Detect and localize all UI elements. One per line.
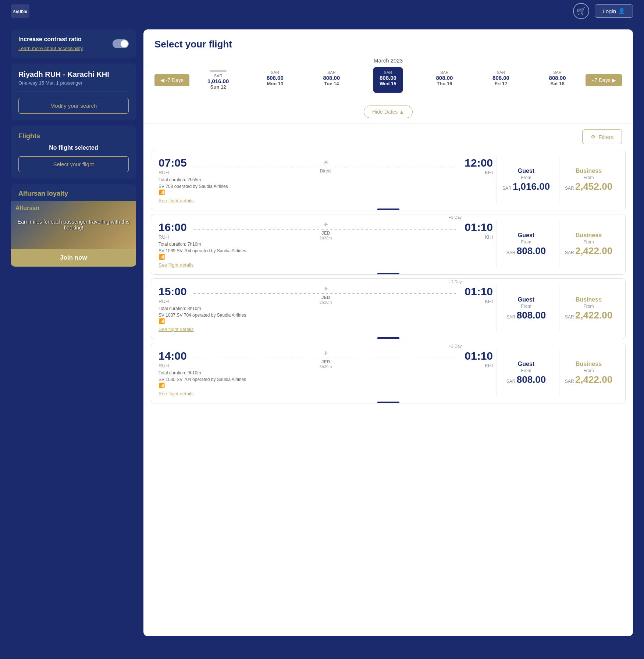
biz-class: Business [576,168,602,174]
select-flight-button[interactable]: Select your flight [18,156,129,172]
contrast-toggle[interactable] [113,39,129,48]
flight-info-line: SV 1037,SV 704 operated by Saudia Airlin… [159,313,493,318]
arrive-time: 01:10KHI [465,350,493,369]
date-price: 808.00 [492,75,509,81]
guest-price-col[interactable]: Guest From SAR 1,016.00 [497,157,555,203]
date-item[interactable]: SAR808.00Mon 13 [260,67,290,93]
guest-price-col[interactable]: Guest From SAR 808.00 [497,350,555,396]
flight-info: 07:05RUH☀Direct12:00KHITotal duration: 2… [159,157,493,203]
cart-button[interactable]: 🛒 [573,3,589,19]
flight-route-line: ☀Direct [190,159,462,174]
biz-from: From [584,304,594,309]
flight-route-line: +1 Day✈JED2h30m [190,285,462,304]
hide-dates-button[interactable]: Hide Dates ▲ [364,106,413,118]
guest-from: From [521,304,531,309]
next-dates-button[interactable]: +7 Days ▶ [586,74,622,86]
see-flight-details-link[interactable]: See flight details [159,327,493,332]
date-item[interactable]: SAR808.00Sat 18 [543,67,572,93]
guest-class: Guest [518,296,534,303]
date-day: Tue 14 [324,81,339,86]
arrive-time: 01:10KHI [465,285,493,304]
toggle-knob [121,40,128,47]
route-dots [193,167,458,167]
date-sar: SAR [553,70,562,75]
header-right: 🛒 Login 👤 [573,3,633,19]
arrive-time: 01:10KHI [465,221,493,240]
business-price-col[interactable]: Business From SAR 2,422.00 [559,285,618,332]
route-dots [193,229,458,229]
flight-card-bottom-bar [377,273,399,274]
guest-class: Guest [518,168,534,174]
flight-card: 16:00RUH+1 Day✈JED1h30m01:10KHITotal dur… [151,214,626,275]
stop-code: JED [321,295,330,300]
flight-info-line: SV 1035,SV 704 operated by Saudia Airlin… [159,377,493,382]
prev-dates-button[interactable]: ◀ -7 Days [154,74,189,86]
filters-label: Filters [598,134,613,140]
alfursan-image: Alfursan Earn miles for each passenger t… [11,201,136,249]
login-label: Login [602,8,616,14]
see-flight-details-link[interactable]: See flight details [159,262,493,268]
accessibility-link[interactable]: Learn more about accessibility [18,46,83,51]
flight-info-line: SV 708 operated by Saudia Airlines [159,184,493,189]
flight-plane-icon: ✈ [323,221,328,228]
stop-duration: 3h30m [320,364,332,369]
no-flight-text: No flight selected [18,145,129,151]
biz-class: Business [576,232,602,239]
guest-price-col[interactable]: Guest From SAR 808.00 [497,221,555,268]
content-header: Select your flight March 2023 ◀ -7 Days … [143,29,633,102]
contrast-card: Increase contrast ratio Learn more about… [11,29,136,58]
flight-card-bottom-bar [377,209,399,210]
person-icon: 👤 [618,8,625,14]
date-item[interactable]: SAR808.00Wed 15 [373,67,403,93]
flights-list: KSAexpats.com 07:05RUH☀Direct12:00KHITot… [143,150,633,411]
flight-card-bottom-bar [377,337,399,339]
flight-meta: Total duration: 9h10m [159,370,493,375]
filters-row: ⚙ Filters [143,129,633,150]
alfursan-promo-text: Earn miles for each passenger travelling… [11,215,136,234]
business-price-col[interactable]: Business From SAR 2,422.00 [559,221,618,268]
business-price-col[interactable]: Business From SAR 2,422.00 [559,350,618,396]
biz-from: From [584,175,594,180]
flight-plane-icon: ✈ [323,350,328,357]
header: SAUDIA 🛒 Login 👤 [0,0,644,22]
date-price: 1,016.00 [207,78,229,84]
flight-times: 15:00RUH+1 Day✈JED2h30m01:10KHI [159,285,493,304]
date-price: 808.00 [323,75,340,81]
route-subtitle: One-way 15 Mar, 1 passenger [18,80,129,86]
date-sar: SAR [327,70,336,75]
arrive-time: 12:00KHI [465,157,493,176]
biz-from: From [584,239,594,245]
guest-from: From [521,239,531,245]
page-title: Select your flight [154,39,622,50]
guest-class: Guest [518,361,534,367]
date-item[interactable]: SAR1,016.00Sun 12 [203,67,233,93]
contrast-row: Increase contrast ratio Learn more about… [18,36,129,51]
flight-card: 15:00RUH+1 Day✈JED2h30m01:10KHITotal dur… [151,278,626,339]
flight-times: 16:00RUH+1 Day✈JED1h30m01:10KHI [159,221,493,240]
see-flight-details-link[interactable]: See flight details [159,391,493,396]
alfursan-title: Alfursan loyalty [11,184,136,201]
stop-duration: 2h30m [320,300,332,304]
guest-price: SAR 808.00 [506,310,546,321]
guest-price: SAR 808.00 [506,245,546,257]
biz-class: Business [576,296,602,303]
date-item[interactable]: SAR808.00Fri 17 [486,67,516,93]
date-price: 808.00 [380,75,396,81]
stop-code: JED [321,231,330,236]
flight-card-bottom-bar [377,402,399,403]
modify-search-button[interactable]: Modify your search [18,98,129,114]
date-item[interactable]: SAR808.00Tue 14 [317,67,346,93]
wifi-icon: 📶 [159,189,165,195]
filters-button[interactable]: ⚙ Filters [582,129,622,144]
flight-route-line: +1 Day✈JED1h30m [190,221,462,240]
business-price-col[interactable]: Business From SAR 2,452.00 [559,157,618,203]
guest-price-col[interactable]: Guest From SAR 808.00 [497,285,555,332]
guest-price: SAR 1,016.00 [502,181,550,192]
join-now-button[interactable]: Join now [11,249,136,267]
date-item[interactable]: SAR808.00Thu 16 [430,67,459,93]
month-label: March 2023 [154,57,622,64]
route-card: Riyadh RUH - Karachi KHI One-way 15 Mar,… [11,64,136,120]
see-flight-details-link[interactable]: See flight details [159,198,493,203]
depart-time: 14:00RUH [159,350,187,369]
login-button[interactable]: Login 👤 [595,4,633,18]
